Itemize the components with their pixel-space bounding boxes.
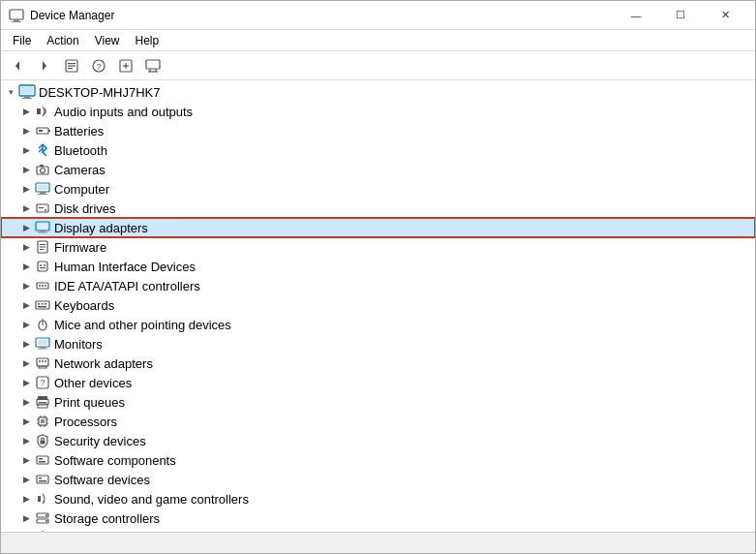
tree-item-bluetooth[interactable]: ▶ Bluetooth [1,140,755,160]
storage-label: Storage controllers [51,511,160,526]
svg-point-67 [42,360,44,362]
minimize-button[interactable]: — [614,1,658,30]
mice-label: Mice and other pointing devices [51,318,231,332]
toolbar-scan[interactable] [113,54,138,77]
svg-rect-61 [38,340,47,345]
monitors-expand-icon: ▶ [18,334,34,354]
tree-item-ide[interactable]: ▶ IDE ATA/ATAPI controllers [1,276,755,295]
svg-rect-38 [40,231,45,232]
diskdrives-label: Disk drives [51,201,116,216]
svg-rect-21 [22,98,32,99]
svg-point-27 [41,169,45,173]
tree-item-cameras[interactable]: ▶ Cameras [1,160,755,179]
menu-file[interactable]: File [5,32,39,49]
svg-rect-52 [36,301,49,309]
svg-rect-25 [39,130,43,132]
mice-icon [34,315,51,334]
svg-text:?: ? [40,378,45,387]
software-devices-icon [34,470,51,489]
tree-item-displayadapters[interactable]: ▶ Display adapters [1,218,755,237]
tree-root[interactable]: ▾ DESKTOP-MHJ7HK7 [1,82,755,102]
svg-rect-55 [45,303,46,305]
tree-item-processors[interactable]: ▶ Processors [1,412,755,431]
bluetooth-icon [34,140,51,160]
processors-expand-icon: ▶ [18,412,34,431]
svg-rect-20 [24,96,30,98]
svg-rect-41 [40,244,45,245]
svg-point-51 [45,285,46,287]
tree-item-keyboards[interactable]: ▶ Keyboards [1,295,755,315]
tree-item-diskdrives[interactable]: ▶ Disk drives [1,199,755,218]
maximize-button[interactable]: ☐ [658,1,703,30]
svg-rect-24 [48,130,50,132]
menu-action[interactable]: Action [39,32,86,49]
firmware-label: Firmware [51,240,106,255]
device-tree[interactable]: ▾ DESKTOP-MHJ7HK7 ▶ [1,80,755,532]
toolbar-forward[interactable] [32,54,57,77]
svg-rect-1 [14,19,19,21]
software-components-expand-icon: ▶ [18,450,34,470]
tree-item-batteries[interactable]: ▶ Batteries [1,121,755,140]
tree-item-computer[interactable]: ▶ Computer [1,179,755,199]
sound-icon [34,489,51,508]
svg-point-45 [40,264,42,266]
toolbar-properties[interactable] [59,54,84,77]
hid-icon [34,257,51,276]
toolbar-back[interactable] [5,54,30,77]
toolbar-display[interactable] [140,54,166,77]
tree-item-sound[interactable]: ▶ Sound, video and game controllers [1,489,755,508]
device-manager-window: Device Manager — ☐ ✕ File Action View He… [0,0,756,554]
tree-item-mice[interactable]: ▶ Mice and other pointing devices [1,315,755,334]
tree-item-hid[interactable]: ▶ Human Interface Devices [1,257,755,276]
tree-item-audio[interactable]: ▶ Audio inputs and outputs [1,102,755,121]
diskdrives-expand-icon: ▶ [18,199,34,218]
tree-item-security[interactable]: ▶ Security devices [1,431,755,450]
storage-icon [34,508,51,528]
other-label: Other devices [51,376,132,390]
svg-rect-30 [38,185,47,190]
svg-rect-90 [39,477,42,479]
processors-icon [34,412,51,431]
tree-item-print[interactable]: ▶ Print queues [1,392,755,412]
batteries-icon [34,121,51,140]
svg-rect-31 [40,192,45,194]
tree-item-network[interactable]: ▶ Network adapters [1,354,755,373]
network-icon [34,354,51,373]
ide-icon [34,276,51,295]
audio-label: Audio inputs and outputs [51,105,193,119]
svg-point-96 [45,520,47,522]
software-components-icon [34,450,51,470]
svg-rect-89 [37,476,48,483]
tree-item-software-devices[interactable]: ▶ Software devices [1,470,755,489]
tree-item-other[interactable]: ▶ ? Other devices [1,373,755,392]
cameras-label: Cameras [51,163,106,177]
svg-rect-56 [38,306,46,308]
ide-label: IDE ATA/ATAPI controllers [51,279,200,293]
svg-rect-91 [39,480,46,482]
toolbar-help[interactable]: ? [86,54,111,77]
root-expand-icon: ▾ [3,82,18,102]
svg-rect-6 [68,63,76,64]
hid-label: Human Interface Devices [51,260,196,274]
svg-rect-8 [68,68,73,69]
svg-rect-42 [40,247,45,248]
tree-item-storage[interactable]: ▶ Storage controllers [1,508,755,528]
sound-label: Sound, video and game controllers [51,492,249,507]
menu-help[interactable]: Help [128,32,167,49]
svg-rect-54 [42,303,44,305]
print-expand-icon: ▶ [18,392,34,412]
svg-rect-92 [38,496,41,502]
cameras-expand-icon: ▶ [18,160,34,179]
menu-view[interactable]: View [87,32,128,49]
app-icon [9,8,24,23]
sound-expand-icon: ▶ [18,489,34,508]
svg-point-66 [39,360,41,362]
close-button[interactable]: ✕ [703,1,747,30]
root-computer-icon [18,82,36,102]
tree-item-software-components[interactable]: ▶ Software components [1,450,755,470]
svg-rect-44 [38,262,47,271]
monitors-label: Monitors [51,337,103,352]
keyboards-icon [34,295,51,315]
tree-item-monitors[interactable]: ▶ Monitors [1,334,755,354]
tree-item-firmware[interactable]: ▶ Firmware [1,237,755,257]
